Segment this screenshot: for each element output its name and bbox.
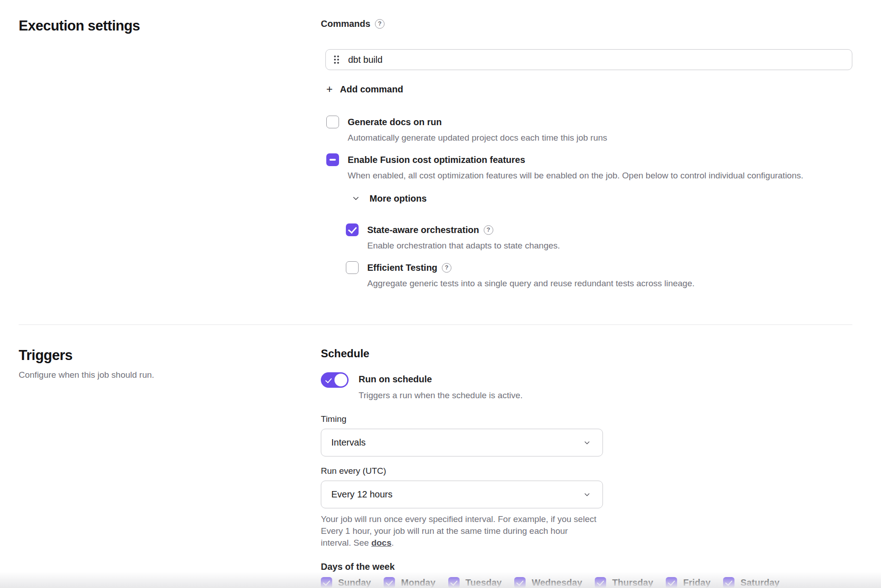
run-every-label: Run every (UTC) (321, 466, 852, 476)
job-settings-page: Execution settings Commands dbt build Ad… (0, 0, 881, 588)
run-every-value: Every 12 hours (331, 489, 393, 500)
state-aware-checkbox[interactable] (346, 223, 359, 236)
run-on-schedule-row: Run on schedule Triggers a run when the … (321, 372, 852, 401)
timing-label: Timing (321, 414, 852, 425)
fusion-sub-options: More options State-aware orchestration (346, 192, 852, 289)
schedule-heading: Schedule (321, 347, 852, 360)
sunday-label[interactable]: Sunday (338, 578, 371, 588)
chevron-down-icon (352, 194, 360, 203)
generate-docs-label[interactable]: Generate docs on run (348, 116, 442, 128)
run-on-schedule-toggle[interactable] (321, 372, 349, 388)
execution-settings-title: Execution settings (19, 17, 321, 35)
more-options-list: State-aware orchestration Enable orchest… (346, 223, 852, 289)
run-on-schedule-label[interactable]: Run on schedule (359, 372, 522, 386)
option-generate-docs: Generate docs on run Automatically gener… (326, 116, 852, 143)
day-item-monday: Monday (384, 577, 435, 588)
more-options-label: More options (370, 192, 427, 205)
commands-label-row: Commands (321, 17, 852, 30)
saturday-checkbox[interactable] (723, 577, 734, 588)
command-input[interactable]: dbt build (325, 49, 852, 70)
days-of-week-label: Days of the week (321, 561, 852, 573)
triggers-left: Triggers Configure when this job should … (19, 347, 321, 588)
drag-handle-icon[interactable] (334, 56, 339, 64)
efficient-testing-description: Aggregate generic tests into a single qu… (367, 278, 852, 289)
day-item-friday: Friday (666, 577, 710, 588)
tuesday-checkbox[interactable] (448, 577, 460, 588)
option-state-aware: State-aware orchestration Enable orchest… (346, 223, 852, 251)
option-fusion-cost: Enable Fusion cost optimization features… (326, 153, 852, 181)
command-value[interactable]: dbt build (348, 55, 383, 65)
execution-settings-content: Commands dbt build Add command Generate … (321, 17, 852, 299)
run-every-select[interactable]: Every 12 hours (321, 481, 603, 508)
triggers-title: Triggers (19, 347, 321, 364)
friday-label[interactable]: Friday (683, 578, 710, 588)
add-command-button[interactable]: Add command (326, 83, 852, 96)
plus-icon (326, 84, 333, 95)
timing-value: Intervals (331, 437, 366, 448)
saturday-label[interactable]: Saturday (740, 578, 780, 588)
toggle-knob (334, 374, 347, 386)
monday-label[interactable]: Monday (401, 578, 435, 588)
fusion-cost-label[interactable]: Enable Fusion cost optimization features (348, 153, 525, 166)
state-aware-description: Enable orchestration that adapts to stat… (367, 240, 852, 251)
day-item-tuesday: Tuesday (448, 577, 502, 588)
generate-docs-checkbox[interactable] (326, 116, 339, 128)
run-on-schedule-description: Triggers a run when the schedule is acti… (359, 390, 522, 401)
days-of-week-row: Sunday Monday Tuesday Wednesday Thursday (321, 577, 852, 588)
day-item-sunday: Sunday (321, 577, 371, 588)
triggers-subtitle: Configure when this job should run. (19, 370, 321, 380)
day-item-thursday: Thursday (595, 577, 653, 588)
help-icon[interactable] (484, 225, 493, 235)
add-command-label: Add command (340, 83, 403, 96)
efficient-testing-checkbox[interactable] (346, 261, 359, 274)
chevron-down-icon (583, 491, 591, 498)
monday-checkbox[interactable] (384, 577, 395, 588)
timing-select[interactable]: Intervals (321, 429, 603, 456)
efficient-testing-label[interactable]: Efficient Testing (367, 261, 437, 274)
tuesday-label[interactable]: Tuesday (466, 578, 502, 588)
sunday-checkbox[interactable] (321, 577, 332, 588)
interval-help-text: Your job will run once every specified i… (321, 513, 598, 549)
thursday-label[interactable]: Thursday (612, 578, 653, 588)
execution-settings-left: Execution settings (19, 17, 321, 299)
execution-settings-section: Execution settings Commands dbt build Ad… (19, 17, 852, 299)
fusion-cost-description: When enabled, all cost optimization feat… (348, 170, 852, 181)
wednesday-checkbox[interactable] (514, 577, 526, 588)
more-options-expander[interactable]: More options (346, 192, 852, 205)
generate-docs-description: Automatically generate updated project d… (348, 132, 852, 143)
triggers-section: Triggers Configure when this job should … (19, 347, 852, 588)
day-item-saturday: Saturday (723, 577, 780, 588)
day-item-wednesday: Wednesday (514, 577, 582, 588)
state-aware-label[interactable]: State-aware orchestration (367, 223, 479, 236)
option-efficient-testing: Efficient Testing Aggregate generic test… (346, 261, 852, 289)
help-icon[interactable] (375, 19, 385, 29)
execution-options-list: Generate docs on run Automatically gener… (321, 116, 852, 289)
timing-group: Timing Intervals (321, 414, 852, 456)
docs-link[interactable]: docs (371, 538, 391, 547)
wednesday-label[interactable]: Wednesday (532, 578, 582, 588)
fusion-cost-checkbox[interactable] (326, 153, 339, 166)
section-divider (19, 324, 852, 325)
friday-checkbox[interactable] (666, 577, 677, 588)
chevron-down-icon (583, 439, 591, 446)
commands-label: Commands (321, 17, 370, 30)
thursday-checkbox[interactable] (595, 577, 606, 588)
triggers-content: Schedule Run on schedule Triggers a run … (321, 347, 852, 588)
run-every-group: Run every (UTC) Every 12 hours (321, 466, 852, 508)
help-icon[interactable] (442, 263, 451, 273)
